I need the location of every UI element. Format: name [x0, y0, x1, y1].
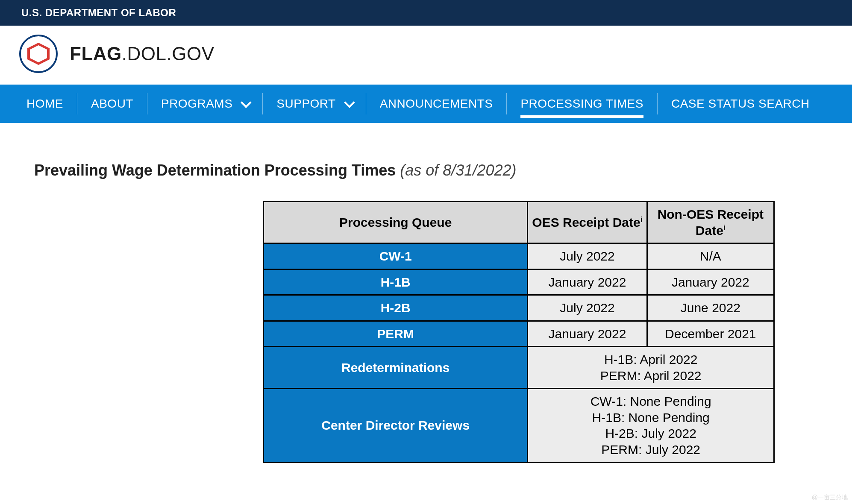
table-row: PERMJanuary 2022December 2021	[264, 321, 774, 347]
site-title[interactable]: FLAG.DOL.GOV	[70, 43, 214, 64]
page-heading-main: Prevailing Wage Determination Processing…	[34, 161, 400, 179]
nav-item-label: SUPPORT	[276, 97, 335, 111]
cell-oes: July 2022	[528, 243, 647, 270]
col-header-non-oes-text: Non-OES Receipt Date	[658, 207, 764, 237]
nav-item-support[interactable]: SUPPORT	[263, 85, 365, 123]
nav-item-programs[interactable]: PROGRAMS	[147, 85, 262, 123]
merged-line: PERM: July 2022	[532, 442, 770, 458]
table-row: CW-1July 2022N/A	[264, 243, 774, 270]
merged-line: CW-1: None Pending	[532, 393, 770, 410]
nav-item-label: ABOUT	[91, 97, 133, 111]
cell-merged: H-1B: April 2022PERM: April 2022	[528, 347, 774, 389]
merged-line: H-1B: April 2022	[532, 352, 770, 368]
chevron-down-icon	[344, 97, 355, 108]
merged-line: PERM: April 2022	[532, 368, 770, 384]
col-header-non-oes: Non-OES Receipt Datei	[647, 202, 774, 243]
processing-times-table: Processing Queue OES Receipt Datei Non-O…	[263, 201, 775, 463]
col-header-oes-text: OES Receipt Date	[532, 215, 640, 229]
cell-non-oes: January 2022	[647, 269, 774, 295]
nav-item-case-status-search[interactable]: CASE STATUS SEARCH	[658, 85, 823, 123]
cell-oes: July 2022	[528, 295, 647, 321]
site-title-rest: .DOL.GOV	[122, 43, 214, 64]
row-label: PERM	[264, 321, 528, 347]
table-row: H-2BJuly 2022June 2022	[264, 295, 774, 321]
page-heading: Prevailing Wage Determination Processing…	[34, 161, 818, 179]
page-content: Prevailing Wage Determination Processing…	[0, 123, 852, 489]
chevron-down-icon	[241, 97, 251, 108]
gov-top-bar: U.S. DEPARTMENT OF LABOR	[0, 0, 852, 26]
site-title-bold: FLAG	[70, 43, 122, 64]
nav-item-label: PROGRAMS	[161, 97, 232, 111]
table-row-merged: RedeterminationsH-1B: April 2022PERM: Ap…	[264, 347, 774, 389]
row-label: H-1B	[264, 269, 528, 295]
nav-item-label: ANNOUNCEMENTS	[380, 97, 493, 111]
col-header-queue: Processing Queue	[264, 202, 528, 243]
nav-item-announcements[interactable]: ANNOUNCEMENTS	[366, 85, 507, 123]
row-label: Center Director Reviews	[264, 389, 528, 463]
footnote-marker-non-oes: i	[723, 223, 726, 232]
nav-item-label: CASE STATUS SEARCH	[671, 97, 810, 111]
row-label: H-2B	[264, 295, 528, 321]
nav-item-processing-times[interactable]: PROCESSING TIMES	[507, 85, 657, 123]
nav-item-about[interactable]: ABOUT	[77, 85, 147, 123]
dol-seal-icon	[19, 35, 58, 73]
gov-top-bar-label: U.S. DEPARTMENT OF LABOR	[21, 7, 176, 19]
nav-item-home[interactable]: HOME	[13, 85, 77, 123]
cell-non-oes: N/A	[647, 243, 774, 270]
site-header: FLAG.DOL.GOV	[0, 26, 852, 85]
dol-seal-inner-icon	[27, 43, 50, 65]
table-row-merged: Center Director ReviewsCW-1: None Pendin…	[264, 389, 774, 463]
col-header-oes: OES Receipt Datei	[528, 202, 647, 243]
row-label: CW-1	[264, 243, 528, 270]
footnote-marker-oes: i	[640, 215, 643, 224]
nav-item-label: PROCESSING TIMES	[520, 97, 643, 111]
primary-nav: HOMEABOUTPROGRAMSSUPPORTANNOUNCEMENTSPRO…	[0, 85, 852, 123]
cell-oes: January 2022	[528, 269, 647, 295]
cell-merged: CW-1: None PendingH-1B: None PendingH-2B…	[528, 389, 774, 463]
cell-oes: January 2022	[528, 321, 647, 347]
table-row: H-1BJanuary 2022January 2022	[264, 269, 774, 295]
cell-non-oes: June 2022	[647, 295, 774, 321]
page-heading-asof: (as of 8/31/2022)	[400, 161, 516, 179]
row-label: Redeterminations	[264, 347, 528, 389]
table-header-row: Processing Queue OES Receipt Datei Non-O…	[264, 202, 774, 243]
nav-item-label: HOME	[26, 97, 63, 111]
merged-line: H-2B: July 2022	[532, 425, 770, 442]
cell-non-oes: December 2021	[647, 321, 774, 347]
merged-line: H-1B: None Pending	[532, 410, 770, 426]
